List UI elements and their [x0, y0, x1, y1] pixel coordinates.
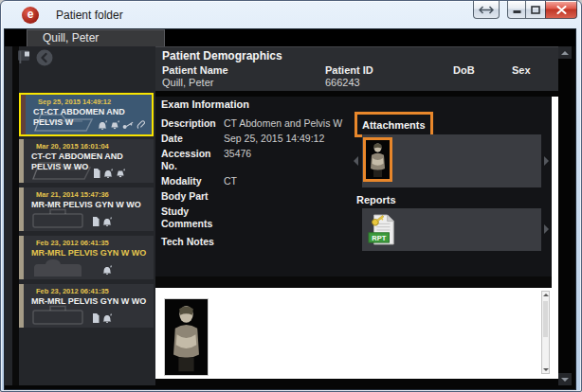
exam-list-sidebar: Sep 25, 2015 14:49:12 CT-CT ABDOMEN AND … — [5, 46, 155, 385]
exam-date: Feb 23, 2012 06:41:35 — [36, 287, 154, 295]
exam-list-item[interactable]: Mar 21, 2014 15:47:36 MR-MR PELVIS GYN W… — [19, 187, 154, 231]
reports-label: Reports — [356, 194, 396, 205]
exam-status-icons — [92, 217, 112, 226]
flag-icon[interactable] — [17, 49, 32, 64]
scroll-up-button[interactable] — [558, 46, 572, 59]
attachment-thumbnail[interactable] — [366, 140, 390, 179]
bottom-spacer — [155, 379, 558, 385]
scroll-down-button[interactable] — [558, 373, 572, 385]
bell-icon — [103, 169, 113, 178]
exam-status-icons — [102, 265, 112, 275]
timeline-strip — [12, 46, 19, 385]
close-button[interactable] — [545, 1, 577, 19]
modality-color-strip — [19, 284, 24, 328]
paperclip-icon — [136, 120, 145, 130]
exam-list-item[interactable]: Sep 25, 2015 14:49:12 CT-CT ABDOMEN AND … — [19, 93, 154, 136]
scroll-down-icon — [561, 378, 569, 382]
tab-bar: Quill, Peter — [5, 29, 575, 46]
field-body-part: Body Part — [161, 190, 377, 203]
patient-folder-window: e Patient folder Quill, Peter — [0, 0, 582, 392]
swap-arrows-icon — [479, 6, 494, 14]
scroll-down-icon[interactable] — [543, 368, 549, 371]
dock-undock-button[interactable] — [473, 1, 500, 19]
titlebar[interactable]: e Patient folder — [1, 1, 581, 29]
briefcase-watermark-icon — [30, 206, 85, 229]
thumbnail-panel-scrollbar[interactable] — [541, 291, 550, 374]
attachments-scroll-right-icon[interactable] — [544, 156, 549, 166]
field-value: 35476 — [224, 148, 251, 172]
exam-information-panel: Exam Information DescriptionCT Abdomen a… — [155, 97, 552, 276]
minimize-icon — [513, 6, 521, 14]
field-modality: ModalityCT — [161, 175, 377, 187]
report-file-icon[interactable]: RPT — [368, 213, 396, 246]
column-header-patient-name: Patient Name — [162, 64, 228, 76]
field-date: DateSep 25, 2015 14:49:12 — [161, 133, 377, 145]
sidebar-toolbar — [17, 49, 53, 66]
column-header-sex: Sex — [512, 64, 531, 76]
exam-list-item[interactable]: Mar 20, 2015 16:01:04 CT-CT ABDOMEN AND … — [19, 139, 154, 183]
field-label: Description — [161, 117, 224, 130]
attachments-highlight-box: Attachments — [355, 112, 433, 137]
patient-demographics-panel: Patient Demographics Patient Name Patien… — [155, 46, 558, 91]
document-icon — [93, 169, 100, 178]
field-value: CT — [224, 175, 237, 187]
modality-color-strip — [19, 139, 24, 183]
modality-color-strip — [19, 187, 24, 231]
maximize-button[interactable] — [526, 1, 545, 19]
bag-watermark-icon — [30, 257, 85, 277]
report-badge-label: RPT — [372, 234, 386, 242]
field-label: Modality — [161, 175, 224, 187]
field-label: Body Part — [161, 190, 224, 203]
exam-status-icons — [92, 313, 112, 323]
exam-status-icons — [98, 120, 145, 130]
attachment-thumbnail-highlight-box — [363, 137, 392, 182]
tab-patient-quill-peter[interactable]: Quill, Peter — [27, 29, 165, 46]
bell-icon — [102, 217, 112, 226]
app-logo-icon: e — [22, 7, 39, 24]
patient-name-value: Quill, Peter — [162, 77, 213, 88]
folder-watermark-icon — [32, 108, 97, 133]
document-icon — [92, 217, 100, 226]
demographics-title: Patient Demographics — [162, 49, 282, 62]
close-icon — [556, 6, 567, 14]
key-icon — [122, 120, 134, 130]
window-controls — [507, 1, 577, 19]
alarm-icon — [110, 120, 119, 130]
field-description: DescriptionCT Abdomen and Pelvis W — [161, 117, 377, 130]
exam-date: Sep 25, 2015 14:49:12 — [38, 98, 152, 106]
column-header-patient-id: Patient ID — [325, 64, 373, 76]
folder-watermark-icon — [30, 156, 95, 181]
bell-icon — [98, 120, 107, 130]
alarm-icon — [116, 169, 125, 178]
scroll-up-icon[interactable] — [543, 294, 549, 296]
field-tech-notes: Tech Notes — [161, 236, 377, 248]
column-header-dob: DoB — [453, 64, 475, 76]
exam-date: Feb 23, 2012 06:41:35 — [36, 239, 154, 247]
modality-color-strip — [21, 95, 26, 134]
field-accession-no: Accession No.35476 — [161, 148, 377, 172]
exam-list-item[interactable]: Feb 23, 2012 06:41:35 MR-MRL PELVIS GYN … — [19, 284, 154, 328]
exam-information-fields: DescriptionCT Abdomen and Pelvis W DateS… — [161, 117, 377, 251]
series-thumbnail[interactable] — [164, 298, 209, 376]
scrollbar-thumb[interactable] — [543, 301, 548, 337]
bell-icon — [102, 313, 112, 323]
attachments-scroll-left-icon[interactable] — [354, 156, 358, 166]
minimize-button[interactable] — [507, 1, 526, 19]
field-label: Date — [161, 133, 224, 145]
exam-list-item[interactable]: Feb 23, 2012 06:41:35 MR-MRL PELVIS GYN … — [19, 236, 154, 279]
main-scrollbar[interactable] — [558, 46, 572, 385]
reports-scroll-right-icon[interactable] — [544, 224, 549, 234]
maximize-icon — [531, 6, 540, 14]
field-value: Sep 25, 2015 14:49:12 — [224, 133, 324, 145]
window-title: Patient folder — [56, 9, 123, 22]
back-icon[interactable] — [36, 49, 53, 66]
exam-date: Mar 21, 2014 15:47:36 — [36, 190, 154, 199]
field-study-comments: Study Comments — [161, 205, 377, 230]
patient-id-value: 666243 — [325, 77, 360, 88]
field-label: Study Comments — [161, 205, 224, 230]
exam-detail-pane: Patient Demographics Patient Name Patien… — [155, 46, 558, 385]
bell-icon — [102, 265, 112, 275]
modality-color-strip — [19, 236, 24, 279]
field-label: Tech Notes — [161, 236, 224, 248]
tab-label: Quill, Peter — [43, 31, 99, 45]
